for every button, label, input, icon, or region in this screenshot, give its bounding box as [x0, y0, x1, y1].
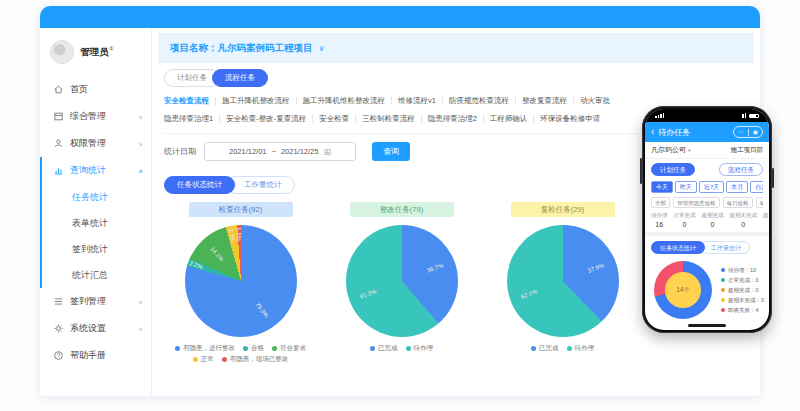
chevron-down-icon[interactable]: ▾	[688, 147, 691, 153]
sidebar-item-1[interactable]: 综合管理∨	[40, 103, 151, 130]
tab-process-task[interactable]: 流程任务	[212, 69, 268, 87]
phone-stat-label: 超期完成	[702, 212, 724, 219]
sidebar-item-8[interactable]: 签到管理∨	[40, 288, 151, 315]
phone-filter-chip[interactable]: 全部	[651, 197, 670, 208]
phone-date-button[interactable]: 自定义	[750, 181, 763, 193]
phone-date-button[interactable]: 近7天	[699, 181, 724, 193]
project-header[interactable]: 项目名称：凡尔码案例码工程项目 ∨	[158, 33, 754, 63]
chart-title: 检查任务(92)	[189, 202, 293, 217]
legend-dot	[721, 308, 725, 312]
legend-label: 待办理：10	[728, 267, 756, 274]
sidebar-item-9[interactable]: 系统设置∨	[40, 315, 151, 342]
date-separator: ~	[272, 147, 276, 156]
chart-block-0: 检查任务(92)79.3%2.2%14.1%3.3%1.1%有隐患，进行整改合格…	[160, 202, 321, 364]
more-icon[interactable]: ⋯	[734, 129, 748, 135]
process-tab[interactable]: 环保设备检修申请	[540, 114, 600, 124]
separator	[355, 115, 356, 123]
legend-dot	[193, 357, 198, 362]
process-tab[interactable]: 维修流程v1	[398, 96, 436, 106]
sidebar-item-7[interactable]: 统计汇总	[40, 262, 151, 288]
pie-slice-label: 79.3%	[255, 301, 270, 318]
sidebar-item-3[interactable]: 查询统计∧	[40, 157, 151, 184]
task-type-tabs: 计划任务 流程任务	[152, 63, 760, 92]
back-icon[interactable]: ‹	[651, 127, 654, 137]
pie-legend: 已完成待办理	[370, 344, 433, 353]
separator	[421, 115, 422, 123]
pie-chart: 38.7%61.3%	[346, 225, 458, 337]
phone-page-title: 待办任务	[658, 127, 690, 138]
separator	[219, 115, 220, 123]
sidebar-item-10[interactable]: 帮助手册	[40, 342, 151, 369]
sidebar-item-6[interactable]: 签到统计	[40, 236, 151, 262]
miniprogram-capsule[interactable]: ⋯ ◉	[733, 126, 763, 138]
phone-filter-chip[interactable]: 每日巡检	[723, 197, 753, 208]
phone-tab-task-status-stats[interactable]: 任务状态统计	[651, 241, 705, 254]
phone-stat: 超	[763, 212, 769, 228]
tab-workload-stats[interactable]: 工作量统计	[227, 176, 295, 194]
pie-slice-label: 1.1%	[236, 227, 242, 241]
donut-chart: 14个	[654, 261, 712, 319]
process-tab[interactable]: 防疫规范检查流程	[449, 96, 509, 106]
home-indicator[interactable]	[688, 324, 726, 327]
phone-filter-chip[interactable]: 每周巡检	[756, 197, 764, 208]
close-circle-icon[interactable]: ◉	[749, 129, 763, 135]
phone-tab-plan-task[interactable]: 计划任务	[651, 163, 695, 176]
process-tab[interactable]: 施工升降机整改流程	[222, 96, 290, 106]
process-tab[interactable]: 三检制检查流程	[362, 114, 415, 124]
phone-tab-workload-stats[interactable]: 工作量统计	[699, 241, 750, 254]
chart-block-1: 整改任务(79)38.7%61.3%已完成待办理	[321, 202, 482, 364]
process-tab[interactable]: 安全检查	[319, 114, 349, 124]
process-tab[interactable]: 安全检查流程	[164, 96, 209, 106]
phone-date-button[interactable]: 昨天	[675, 181, 697, 193]
sidebar-item-0[interactable]: 首页	[40, 76, 151, 103]
phone-stat: 正常完成0	[674, 212, 696, 228]
legend-item: 待办理	[406, 344, 434, 353]
legend-dot	[567, 346, 572, 351]
chevron-up-icon: ∧	[138, 167, 143, 173]
query-button[interactable]: 查询	[372, 142, 410, 161]
phone-date-button[interactable]: 本月	[726, 181, 748, 193]
sidebar-item-5[interactable]: 表单统计	[40, 210, 151, 236]
process-tab[interactable]: 安全检查-整改-复查流程	[226, 114, 306, 124]
phone-filter-chip[interactable]: 管理类隐患巡检	[673, 197, 720, 208]
phone-tab-process-task[interactable]: 流程任务	[719, 163, 763, 176]
legend-dot	[243, 346, 248, 351]
sidebar-item-2[interactable]: 权限管理∨	[40, 130, 151, 157]
sidebar-item-label: 统计汇总	[72, 269, 108, 282]
home-icon	[53, 84, 65, 96]
sidebar-menu: 首页综合管理∨权限管理∨查询统计∧任务统计表单统计签到统计统计汇总签到管理∨系统…	[40, 76, 151, 369]
legend-label: 正常	[201, 355, 214, 364]
legend-dot	[721, 288, 725, 292]
legend-dot	[406, 346, 411, 351]
sidebar-item-label: 签到管理	[70, 295, 106, 308]
calendar-icon: ⊞	[323, 147, 331, 157]
process-tab[interactable]: 隐患排查治理2	[428, 114, 477, 124]
legend-label: 正常完成：0	[728, 277, 759, 284]
phone-date-button[interactable]: 今天	[651, 181, 673, 193]
date-range-input[interactable]: 2021/12/01 ~ 2021/12/25 ⊞	[204, 142, 356, 161]
process-tab[interactable]: 整改复查流程	[522, 96, 567, 106]
legend-dot	[721, 268, 725, 272]
user-row[interactable]: 管理员①	[40, 34, 151, 76]
sidebar-item-label: 签到统计	[72, 243, 108, 256]
sidebar-item-label: 首页	[70, 83, 88, 96]
chevron-down-icon: ∨	[138, 113, 143, 119]
process-tab[interactable]: 施工升降机维检整改流程	[303, 96, 386, 106]
date-filter-label: 统计日期	[164, 146, 196, 157]
sidebar-item-4[interactable]: 任务统计	[40, 184, 151, 210]
tab-task-status-stats[interactable]: 任务状态统计	[164, 176, 235, 194]
chevron-down-icon: ∨	[138, 325, 143, 331]
legend-label: 待办理	[575, 344, 595, 353]
chart-title: 复检任务(29)	[511, 202, 615, 217]
phone-status-bar	[645, 109, 769, 122]
donut-legend-item: 正常完成：0	[721, 277, 764, 284]
chevron-down-icon[interactable]: ∨	[319, 44, 325, 53]
phone-stats-row: 待办理16正常完成0超期完成0超期未完成0超	[651, 212, 769, 228]
sidebar-item-label: 权限管理	[70, 137, 106, 150]
process-tab[interactable]: 工程师确认	[490, 114, 528, 124]
company-selector[interactable]: 凡尔码公司	[651, 145, 686, 155]
separator	[296, 97, 297, 105]
process-tab[interactable]: 动火审批	[580, 96, 610, 106]
user-name: 管理员①	[80, 45, 114, 59]
process-tab[interactable]: 隐患排查治理1	[164, 114, 213, 124]
